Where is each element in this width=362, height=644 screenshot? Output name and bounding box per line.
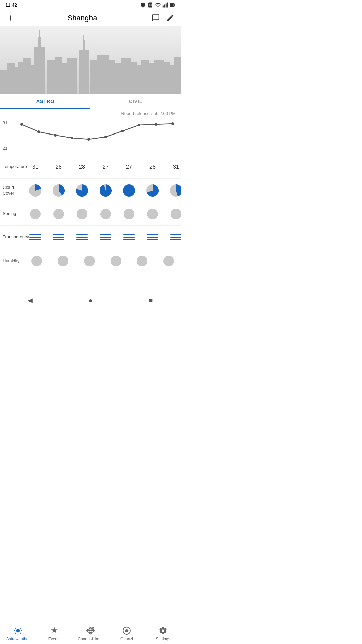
sim-icon	[147, 2, 154, 8]
svg-rect-25	[83, 40, 85, 52]
top-bar: Shanghai	[0, 10, 181, 26]
table-row	[117, 206, 141, 222]
seeing-circle	[147, 209, 158, 219]
table-row	[164, 232, 181, 243]
svg-rect-28	[97, 55, 109, 94]
transparency-label: Transparency	[0, 232, 23, 243]
svg-point-43	[71, 137, 73, 139]
table-row	[141, 181, 164, 200]
table-row: 27	[94, 161, 117, 173]
table-row	[164, 206, 181, 222]
temp-val-1: 28	[56, 164, 62, 170]
tab-astro[interactable]: ASTRO	[0, 94, 90, 109]
back-button[interactable]: ◀	[26, 296, 34, 304]
transparency-lines	[100, 234, 111, 240]
svg-point-49	[171, 122, 174, 125]
cloud-cover-pie	[146, 184, 159, 197]
cloud-cover-pie	[99, 184, 112, 197]
cloud-cover-pie	[170, 184, 181, 197]
cloud-cover-cells	[23, 181, 181, 200]
svg-rect-26	[83, 35, 84, 42]
transparency-lines	[76, 234, 88, 240]
data-grid: Temperature 31 28 28 27 27 28 31 31 31 C…	[0, 155, 181, 273]
temp-val-0: 31	[32, 164, 38, 170]
home-button[interactable]: ●	[86, 296, 95, 304]
table-row: 28	[47, 161, 70, 173]
table-row	[117, 232, 141, 243]
svg-rect-3	[163, 6, 164, 8]
svg-point-42	[54, 134, 57, 137]
recent-button[interactable]: ■	[147, 296, 155, 304]
chat-button[interactable]	[150, 13, 161, 23]
battery-icon	[170, 2, 176, 8]
temperature-label: Temperature	[0, 161, 23, 172]
svg-point-54	[123, 184, 135, 196]
table-row	[70, 181, 94, 200]
svg-rect-31	[121, 58, 131, 94]
report-line: Report released at: 2:00 PM	[0, 109, 181, 118]
seeing-circle	[124, 209, 134, 219]
status-time: 11:42	[5, 2, 17, 8]
seeing-circle	[53, 209, 64, 219]
temp-val-5: 28	[149, 164, 156, 170]
svg-rect-2	[151, 5, 152, 6]
seeing-circle	[171, 209, 181, 219]
svg-rect-39	[174, 57, 181, 94]
humidity-cells	[23, 253, 181, 269]
humidity-label: Humidity	[0, 256, 23, 267]
svg-rect-6	[167, 3, 168, 8]
cloud-cover-pie	[123, 184, 135, 197]
table-row	[94, 232, 117, 243]
chart-y-top: 31	[3, 120, 7, 125]
table-row	[70, 232, 94, 243]
table-row: 31	[164, 161, 181, 173]
transparency-row: Transparency	[0, 226, 181, 249]
svg-point-41	[37, 130, 40, 133]
svg-point-40	[20, 123, 23, 126]
humidity-circle	[111, 256, 121, 266]
table-row	[47, 206, 70, 222]
table-row: 28	[70, 161, 94, 173]
chart-y-bottom: 21	[3, 146, 7, 151]
tab-civil[interactable]: CIVIL	[90, 94, 181, 109]
seeing-circle	[100, 209, 111, 219]
seeing-circle	[30, 209, 41, 219]
temp-val-3: 27	[103, 164, 109, 170]
table-row	[94, 181, 117, 200]
status-icons	[140, 2, 176, 8]
table-row	[164, 181, 181, 200]
seeing-cells	[23, 206, 181, 222]
skyline-banner	[0, 26, 181, 94]
svg-rect-23	[67, 58, 77, 94]
humidity-circle	[137, 256, 147, 266]
table-row: 27	[117, 161, 141, 173]
humidity-circle	[163, 256, 174, 266]
edit-button[interactable]	[165, 13, 176, 23]
table-row	[23, 206, 47, 222]
svg-rect-36	[154, 60, 164, 94]
data-table: Temperature 31 28 28 27 27 28 31 31 31 C…	[0, 155, 181, 273]
table-row	[23, 181, 47, 200]
table-row	[47, 181, 70, 200]
svg-rect-34	[141, 60, 149, 94]
chat-icon	[151, 14, 160, 22]
table-row	[23, 253, 50, 269]
table-row: 31	[23, 161, 47, 173]
transparency-cells	[23, 232, 181, 243]
humidity-circle	[84, 256, 95, 266]
temperature-chart	[18, 118, 179, 155]
status-bar: 11:42	[0, 0, 181, 10]
svg-point-46	[121, 130, 124, 132]
transparency-lines	[53, 234, 64, 240]
table-row: 28	[141, 161, 164, 173]
transparency-lines	[123, 234, 135, 240]
humidity-row: Humidity	[0, 249, 181, 273]
cloud-cover-pie	[76, 184, 88, 197]
android-bar: ◀ ● ■	[0, 293, 181, 309]
temp-val-4: 27	[126, 164, 132, 170]
temp-val-6: 31	[173, 164, 179, 170]
svg-rect-9	[170, 4, 174, 6]
table-row	[141, 206, 164, 222]
add-button[interactable]	[5, 13, 16, 23]
table-row	[129, 253, 156, 269]
